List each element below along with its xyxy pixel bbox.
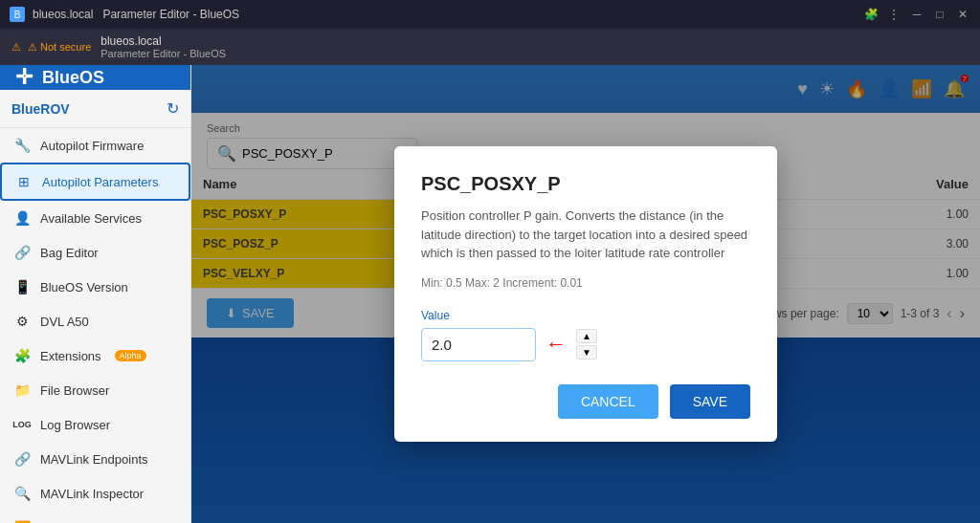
log-icon: LOG	[13, 416, 31, 433]
sidebar-brand: BlueOS	[42, 68, 104, 88]
version-icon: 📱	[13, 278, 31, 295]
network-icon: 📶	[13, 519, 31, 523]
services-icon: 👤	[13, 209, 31, 227]
sidebar: ✛ BlueOS BlueROV ↻ 🔧 Autopilot Firmware …	[0, 65, 191, 523]
inspector-icon: 🔍	[13, 485, 31, 502]
rov-section: BlueROV ↻	[0, 90, 190, 128]
cancel-button[interactable]: CANCEL	[558, 384, 658, 419]
firmware-icon: 🔧	[13, 137, 31, 154]
warning-icon: ⚠	[11, 41, 21, 54]
sidebar-item-network-test[interactable]: 📶 Network Test	[0, 511, 190, 523]
sidebar-item-blueos-version[interactable]: 📱 BlueOS Version	[0, 270, 190, 304]
sidebar-item-mavlink-inspector[interactable]: 🔍 MAVLink Inspector	[0, 476, 190, 511]
app-container: ✛ BlueOS BlueROV ↻ 🔧 Autopilot Firmware …	[0, 65, 980, 523]
titlebar-title: blueos.local Parameter Editor - BlueOS	[33, 8, 856, 21]
sidebar-item-bag-editor[interactable]: 🔗 Bag Editor	[0, 235, 190, 270]
decrement-button[interactable]: ▼	[576, 345, 597, 360]
browserbar: ⚠ ⚠ Not secure blueos.local Parameter Ed…	[0, 29, 980, 65]
maximize-button[interactable]: □	[932, 7, 947, 22]
menu-icon[interactable]: ⋮	[886, 7, 902, 22]
sidebar-header: ✛ BlueOS	[0, 65, 190, 90]
sidebar-item-dvl-a50[interactable]: ⚙ DVL A50	[0, 304, 190, 338]
app-logo-icon: B	[10, 7, 25, 22]
not-secure-indicator: ⚠ ⚠ Not secure	[11, 41, 91, 54]
sidebar-item-autopilot-parameters[interactable]: ⊞ Autopilot Parameters	[0, 163, 190, 201]
sidebar-item-log-browser[interactable]: LOG Log Browser	[0, 407, 190, 442]
sidebar-item-autopilot-firmware[interactable]: 🔧 Autopilot Firmware	[0, 128, 190, 163]
modal-spinner: ▲ ▼	[576, 329, 597, 360]
bag-icon: 🔗	[13, 244, 31, 261]
alpha-badge: Alpha	[115, 350, 146, 361]
sidebar-item-file-browser[interactable]: 📁 File Browser	[0, 373, 190, 407]
minimize-button[interactable]: ─	[909, 7, 924, 22]
sidebar-item-available-services[interactable]: 👤 Available Services	[0, 201, 190, 235]
modal-input-arrow-indicator: ←	[546, 332, 567, 357]
window-controls: 🧩 ⋮ ─ □ ✕	[863, 7, 970, 22]
modal-title: PSC_POSXY_P	[421, 173, 750, 195]
dvl-icon: ⚙	[13, 313, 31, 330]
sidebar-item-extensions[interactable]: 🧩 Extensions Alpha	[0, 338, 190, 373]
rov-label: BlueROV	[11, 101, 70, 117]
titlebar: B blueos.local Parameter Editor - BlueOS…	[0, 0, 980, 29]
parameters-icon: ⊞	[15, 173, 33, 190]
sidebar-logo-icon: ✛	[15, 65, 33, 90]
puzzle-icon[interactable]: 🧩	[863, 7, 879, 22]
modal-overlay: PSC_POSXY_P Position controller P gain. …	[191, 65, 980, 523]
endpoints-icon: 🔗	[13, 450, 31, 468]
sidebar-item-mavlink-endpoints[interactable]: 🔗 MAVLink Endpoints	[0, 442, 190, 476]
edit-parameter-modal: PSC_POSXY_P Position controller P gain. …	[394, 146, 777, 442]
modal-value-label: Value	[421, 309, 750, 322]
main-content: ♥ ☀ 🔥 👤 📶 🔔 7 Search 🔍 ←	[191, 65, 980, 523]
file-icon: 📁	[13, 381, 31, 399]
extensions-icon: 🧩	[13, 347, 31, 364]
modal-value-input[interactable]	[421, 328, 536, 361]
modal-constraints: Min: 0.5 Max: 2 Increment: 0.01	[421, 276, 750, 290]
modal-input-row: ← ▲ ▼	[421, 328, 750, 361]
increment-button[interactable]: ▲	[576, 329, 597, 343]
modal-actions: CANCEL SAVE	[421, 384, 750, 419]
save-button[interactable]: SAVE	[670, 384, 750, 419]
rov-status-icon: ↻	[167, 99, 179, 118]
url-info: blueos.local Parameter Editor - BlueOS	[100, 34, 226, 59]
close-button[interactable]: ✕	[955, 7, 970, 22]
modal-description: Position controller P gain. Converts the…	[421, 207, 750, 263]
